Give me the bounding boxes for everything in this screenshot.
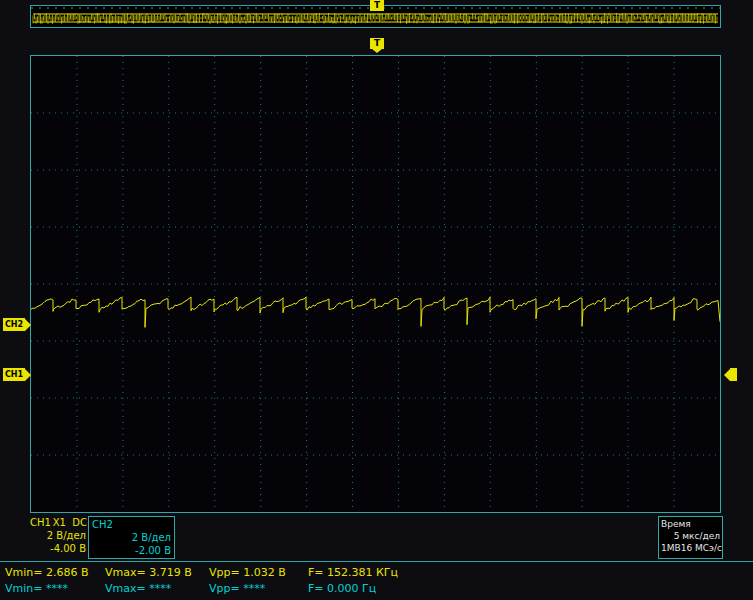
meas-ch1-vpp: Vpp= 1.032 В: [209, 566, 286, 580]
ch1-waveform: [31, 56, 720, 512]
meas-ch1-freq: F= 152.381 КГц: [308, 566, 398, 580]
trigger-position-marker-top[interactable]: T: [370, 0, 384, 11]
ch2-marker-label: CH2: [3, 318, 25, 331]
trigger-level-marker[interactable]: [724, 368, 737, 381]
ch2-scale: 2 В/дел: [92, 531, 171, 544]
measurements-row-ch2: Vmin= **** Vmax= **** Vpp= **** F= 0.000…: [0, 582, 753, 596]
meas-ch2-freq: F= 0.000 Гц: [308, 582, 376, 596]
sample-rate: 16 МСэ/с: [681, 542, 722, 554]
meas-ch2-vpp: Vpp= ****: [209, 582, 265, 596]
ch2-name: CH2: [92, 518, 171, 531]
ch1-mode: X1 DC: [53, 516, 87, 529]
ch1-scale: 2 В/дел: [30, 529, 87, 542]
measurements-row-ch1: Vmin= 2.686 В Vmax= 3.719 В Vpp= 1.032 В…: [0, 566, 753, 580]
right-arrow-icon: [25, 319, 31, 331]
timebase-title: Время: [661, 518, 720, 530]
meas-ch1-vmax: Vmax= 3.719 В: [105, 566, 192, 580]
timebase-panel[interactable]: Время 5 мкс/дел 1MB 16 МСэ/с: [658, 516, 723, 559]
ch1-name: CH1: [30, 516, 51, 529]
ch1-marker-label: CH1: [3, 368, 25, 381]
measurements-separator: [0, 561, 753, 562]
memory-depth: 1MB: [661, 542, 681, 554]
ch2-info-panel[interactable]: CH2 2 В/дел -2.00 В: [88, 516, 175, 559]
ch2-position-marker[interactable]: CH2: [3, 318, 31, 331]
ch2-offset: -2.00 В: [92, 544, 171, 557]
right-arrow-icon: [25, 369, 31, 381]
meas-ch2-vmin: Vmin= ****: [5, 582, 68, 596]
trigger-level-box: [730, 368, 737, 381]
meas-ch2-vmax: Vmax= ****: [105, 582, 171, 596]
oscilloscope-screen: T T CH2 CH1 CH1 X1 DC 2 В/дел -4.00 В CH…: [0, 0, 753, 600]
ch1-info-panel[interactable]: CH1 X1 DC 2 В/дел -4.00 В: [30, 516, 87, 559]
trigger-position-marker[interactable]: T: [370, 38, 384, 53]
timebase-scale: 5 мкс/дел: [661, 530, 720, 542]
meas-ch1-vmin: Vmin= 2.686 В: [5, 566, 89, 580]
trigger-t-label: T: [370, 0, 384, 11]
trigger-t-label: T: [370, 38, 384, 49]
trigger-marker-arrow-icon: [372, 49, 382, 53]
graticule: [30, 55, 721, 513]
ch1-offset: -4.00 В: [30, 542, 87, 555]
ch1-position-marker[interactable]: CH1: [3, 368, 31, 381]
